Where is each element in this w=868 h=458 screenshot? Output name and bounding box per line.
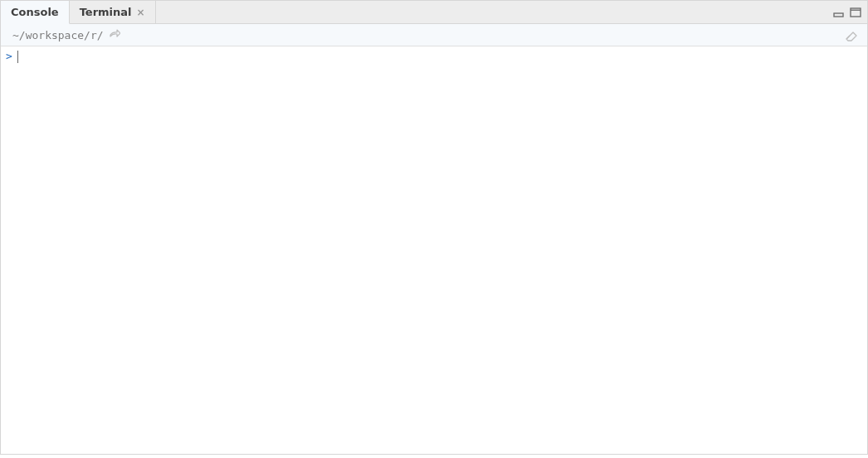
tabstrip-spacer xyxy=(156,1,832,23)
minimize-icon[interactable] xyxy=(832,7,846,18)
tab-terminal[interactable]: Terminal × xyxy=(70,1,156,23)
console-panel: Console Terminal × ~/workspace/r/ xyxy=(0,0,868,455)
maximize-icon[interactable] xyxy=(849,7,862,18)
svg-rect-0 xyxy=(834,13,843,17)
tab-label: Console xyxy=(11,6,59,18)
path-bar: ~/workspace/r/ xyxy=(1,24,867,46)
share-icon[interactable] xyxy=(109,29,120,41)
console-input[interactable] xyxy=(18,50,862,63)
tab-console[interactable]: Console xyxy=(1,1,70,24)
console-prompt: > xyxy=(6,50,12,62)
tab-strip: Console Terminal × xyxy=(1,1,867,24)
working-directory[interactable]: ~/workspace/r/ xyxy=(12,29,104,41)
window-buttons xyxy=(832,1,867,23)
tab-label: Terminal xyxy=(80,6,132,18)
close-icon[interactable]: × xyxy=(137,7,145,17)
clear-console-icon[interactable] xyxy=(844,28,859,41)
console-body[interactable]: > xyxy=(1,46,867,454)
